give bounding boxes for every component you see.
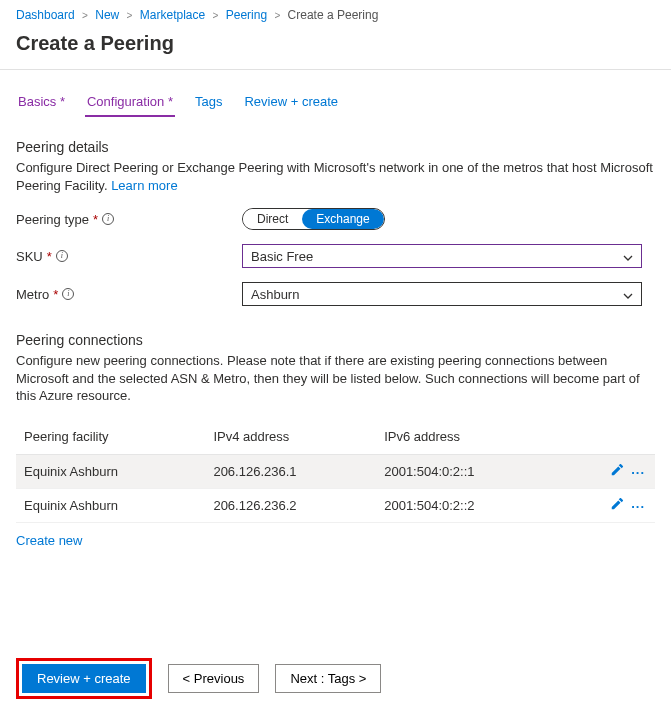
info-icon[interactable]: i — [62, 288, 74, 300]
peering-connections-desc: Configure new peering connections. Pleas… — [16, 352, 655, 405]
cell-ipv4: 206.126.236.1 — [205, 454, 376, 488]
peering-type-direct[interactable]: Direct — [243, 209, 302, 229]
more-icon[interactable]: ··· — [629, 499, 647, 514]
metro-label-text: Metro — [16, 287, 49, 302]
breadcrumb-dashboard[interactable]: Dashboard — [16, 8, 75, 22]
col-ipv4: IPv4 address — [205, 419, 376, 455]
footer-actions: Review + create < Previous Next : Tags > — [16, 658, 381, 699]
chevron-down-icon — [623, 251, 633, 261]
breadcrumb-current: Create a Peering — [288, 8, 379, 22]
chevron-down-icon — [623, 289, 633, 299]
table-row[interactable]: Equinix Ashburn 206.126.236.2 2001:504:0… — [16, 488, 655, 522]
edit-icon[interactable] — [608, 463, 626, 480]
peering-details-heading: Peering details — [16, 139, 655, 155]
info-icon[interactable]: i — [56, 250, 68, 262]
peering-details-desc: Configure Direct Peering or Exchange Pee… — [16, 159, 655, 194]
tab-review-create[interactable]: Review + create — [242, 88, 340, 117]
cell-ipv6: 2001:504:0:2::1 — [376, 454, 559, 488]
required-indicator: * — [53, 287, 58, 302]
tab-tags[interactable]: Tags — [193, 88, 224, 117]
highlight-box: Review + create — [16, 658, 152, 699]
sku-value: Basic Free — [251, 249, 313, 264]
page-title: Create a Peering — [0, 26, 671, 70]
peering-type-toggle[interactable]: Direct Exchange — [242, 208, 385, 230]
metro-dropdown[interactable]: Ashburn — [242, 282, 642, 306]
create-new-link[interactable]: Create new — [16, 533, 82, 548]
required-indicator: * — [47, 249, 52, 264]
chevron-right-icon: > — [270, 10, 284, 21]
metro-value: Ashburn — [251, 287, 299, 302]
tab-basics[interactable]: Basics * — [16, 88, 67, 117]
required-indicator: * — [56, 94, 65, 109]
col-ipv6: IPv6 address — [376, 419, 559, 455]
peering-type-exchange[interactable]: Exchange — [302, 209, 383, 229]
required-indicator: * — [93, 212, 98, 227]
cell-facility: Equinix Ashburn — [16, 488, 205, 522]
breadcrumb-peering[interactable]: Peering — [226, 8, 267, 22]
peering-type-label-text: Peering type — [16, 212, 89, 227]
col-actions — [559, 419, 655, 455]
info-icon[interactable]: i — [102, 213, 114, 225]
peering-type-label: Peering type * i — [16, 212, 242, 227]
review-create-button[interactable]: Review + create — [22, 664, 146, 693]
tab-configuration[interactable]: Configuration * — [85, 88, 175, 117]
cell-facility: Equinix Ashburn — [16, 454, 205, 488]
chevron-right-icon: > — [123, 10, 137, 21]
tab-basics-label: Basics — [18, 94, 56, 109]
cell-ipv4: 206.126.236.2 — [205, 488, 376, 522]
sku-dropdown[interactable]: Basic Free — [242, 244, 642, 268]
chevron-right-icon: > — [78, 10, 92, 21]
chevron-right-icon: > — [209, 10, 223, 21]
breadcrumb-marketplace[interactable]: Marketplace — [140, 8, 205, 22]
edit-icon[interactable] — [608, 497, 626, 514]
table-row[interactable]: Equinix Ashburn 206.126.236.1 2001:504:0… — [16, 454, 655, 488]
breadcrumb: Dashboard > New > Marketplace > Peering … — [0, 0, 671, 26]
peering-connections-heading: Peering connections — [16, 332, 655, 348]
breadcrumb-new[interactable]: New — [95, 8, 119, 22]
tab-configuration-label: Configuration — [87, 94, 164, 109]
required-indicator: * — [164, 94, 173, 109]
previous-button[interactable]: < Previous — [168, 664, 260, 693]
sku-label: SKU * i — [16, 249, 242, 264]
cell-ipv6: 2001:504:0:2::2 — [376, 488, 559, 522]
tab-bar: Basics * Configuration * Tags Review + c… — [16, 88, 655, 117]
col-facility: Peering facility — [16, 419, 205, 455]
metro-label: Metro * i — [16, 287, 242, 302]
learn-more-link[interactable]: Learn more — [111, 178, 177, 193]
next-button[interactable]: Next : Tags > — [275, 664, 381, 693]
sku-label-text: SKU — [16, 249, 43, 264]
connections-table: Peering facility IPv4 address IPv6 addre… — [16, 419, 655, 523]
more-icon[interactable]: ··· — [629, 465, 647, 480]
